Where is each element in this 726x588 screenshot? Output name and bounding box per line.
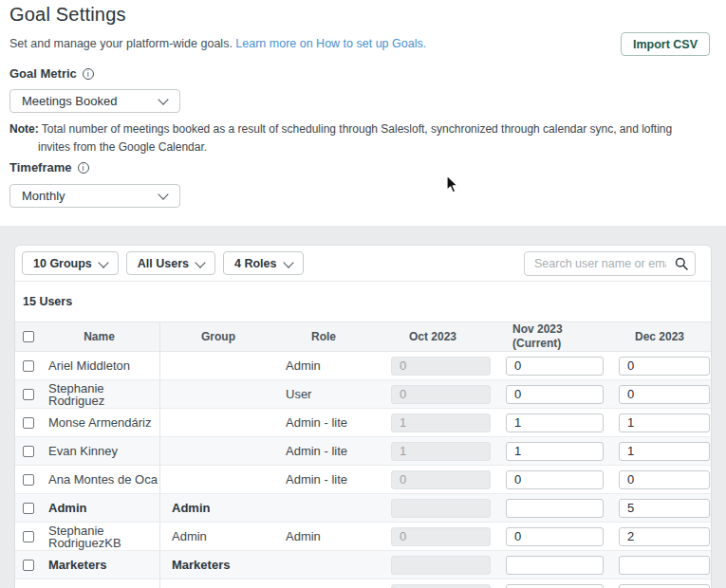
nov-2023-goal-input[interactable]: [506, 470, 604, 489]
oct-2023-goal-input: [391, 442, 491, 461]
user-name-cell: Stephanie Rodriguez: [39, 380, 160, 408]
nov-2023-goal-input[interactable]: [506, 442, 604, 461]
users-count: 15 Users: [15, 282, 711, 322]
nov-2023-goal-input[interactable]: [506, 499, 604, 518]
dec-2023-goal-input-cell: [608, 584, 711, 588]
header-checkbox-cell: [15, 331, 39, 342]
dec-2023-goal-input[interactable]: [619, 413, 710, 432]
goal-metric-value: Meetings Booked: [22, 94, 117, 108]
row-checkbox[interactable]: [23, 474, 34, 486]
chevron-down-icon: [98, 257, 108, 267]
nov-2023-goal-input[interactable]: [506, 556, 604, 575]
row-checkbox[interactable]: [23, 360, 34, 372]
nov-2023-goal-input-cell: [494, 413, 608, 432]
import-csv-button[interactable]: Import CSV: [621, 32, 710, 56]
row-checkbox-cell: [15, 446, 39, 457]
dec-2023-goal-input[interactable]: [619, 385, 710, 404]
subtitle-text: Set and manage your platform-wide goals.: [9, 37, 233, 50]
user-name-cell: Admin: [39, 494, 160, 522]
table-row: AdminAdmin: [15, 494, 711, 523]
row-checkbox[interactable]: [23, 389, 34, 400]
select-all-checkbox[interactable]: [23, 331, 34, 342]
nov-2023-goal-input[interactable]: [506, 357, 604, 376]
row-checkbox[interactable]: [23, 417, 34, 429]
goal-metric-select[interactable]: Meetings Booked: [9, 89, 180, 113]
row-checkbox[interactable]: [23, 446, 34, 457]
user-name: Ariel Middleton: [48, 359, 130, 372]
chevron-down-icon: [283, 257, 293, 267]
dec-2023-goal-input-cell: [608, 385, 711, 404]
dec-2023-goal-input-cell: [608, 527, 711, 546]
table-body: Ariel MiddletonAdminStephanie RodriguezU…: [15, 352, 711, 588]
dec-2023-goal-input[interactable]: [619, 527, 710, 546]
page-header-section: Goal Settings Set and manage your platfo…: [0, 0, 726, 226]
row-checkbox[interactable]: [23, 531, 34, 542]
groups-filter-dropdown[interactable]: 10 Groups: [22, 251, 119, 275]
timeframe-select[interactable]: Monthly: [9, 184, 180, 208]
roles-filter-label: 4 Roles: [234, 257, 276, 270]
learn-more-link[interactable]: Learn more on How to set up Goals.: [235, 37, 426, 50]
role-cell: Admin: [276, 358, 371, 373]
dec-2023-goal-input[interactable]: [619, 357, 710, 376]
oct-2023-goal-input-cell: [371, 499, 494, 518]
goals-table-card: 10 Groups All Users 4 Roles 15 Users: [14, 245, 712, 588]
goal-metric-label: Goal Metric: [9, 66, 94, 81]
dec-2023-goal-input[interactable]: [619, 556, 710, 575]
users-filter-dropdown[interactable]: All Users: [126, 251, 215, 275]
table-row: Ariel MiddletonAdmin: [15, 352, 711, 380]
column-header-dec-2023: Dec 2023: [608, 322, 711, 351]
table-row: Evan KinneyAdmin - lite: [15, 437, 711, 466]
roles-filter-dropdown[interactable]: 4 Roles: [223, 251, 303, 275]
dec-2023-goal-input-cell: [608, 442, 711, 461]
nov-2023-goal-input-cell: [494, 499, 608, 518]
nov-2023-goal-input[interactable]: [506, 413, 604, 432]
user-name: Evan Kinney: [48, 445, 118, 457]
row-checkbox[interactable]: [23, 503, 34, 514]
metric-note: Note: Total number of meetings booked as…: [9, 120, 705, 156]
timeframe-value: Monthly: [22, 189, 65, 203]
user-name: Stephanie RodriguezKB: [48, 524, 159, 549]
search-icon[interactable]: [675, 257, 688, 270]
nov-2023-goal-input-cell: [494, 584, 608, 588]
nov-2023-goal-input[interactable]: [506, 385, 604, 404]
nov-2023-goal-input-cell: [494, 527, 608, 546]
user-name: Admin: [48, 502, 86, 514]
column-header-name: Name: [39, 322, 160, 351]
users-filter-label: All Users: [138, 257, 189, 270]
role-cell: Admin - lite: [276, 472, 371, 487]
oct-2023-goal-input: [391, 499, 491, 518]
nov-2023-goal-input[interactable]: [506, 527, 604, 546]
oct-2023-goal-input: [391, 413, 491, 432]
dec-2023-goal-input[interactable]: [619, 470, 710, 489]
dec-2023-goal-input[interactable]: [619, 499, 710, 518]
chevron-down-icon: [195, 257, 205, 267]
role-cell: User: [276, 387, 371, 401]
info-icon[interactable]: [78, 162, 89, 174]
user-name-cell: Stephanie RodriguezKB: [39, 523, 160, 550]
search-input[interactable]: [524, 251, 696, 276]
nov-header-line1: Nov 2023: [512, 322, 608, 337]
role-cell: Admin - lite: [276, 444, 371, 458]
row-checkbox-cell: [15, 503, 39, 514]
table-row: Stephanie RodriguezUser: [15, 380, 711, 409]
search-container: [524, 251, 696, 276]
role-cell: Admin - lite: [276, 415, 371, 430]
row-checkbox-cell: [15, 389, 39, 400]
info-icon[interactable]: [83, 68, 94, 80]
dec-2023-goal-input[interactable]: [619, 584, 710, 588]
oct-2023-goal-input-cell: [371, 385, 494, 404]
table-row: Ana Montes de OcaAdmin - lite: [15, 466, 711, 494]
filter-bar: 10 Groups All Users 4 Roles: [15, 246, 711, 282]
timeframe-label: Timeframe: [9, 160, 89, 175]
oct-2023-goal-input: [391, 556, 491, 575]
oct-2023-goal-input: [391, 527, 491, 546]
oct-2023-goal-input: [391, 470, 491, 489]
user-name-cell: Ana Montes de Oca: [39, 466, 160, 493]
table-header-row: Name Group Role Oct 2023 Nov 2023 (Curre…: [15, 322, 711, 352]
dec-2023-goal-input[interactable]: [619, 442, 710, 461]
nov-2023-goal-input[interactable]: [506, 584, 604, 588]
note-text: Total number of meetings booked as a res…: [38, 122, 672, 154]
goal-metric-label-text: Goal Metric: [9, 66, 77, 81]
row-checkbox[interactable]: [23, 560, 34, 571]
column-header-group: Group: [160, 322, 276, 351]
